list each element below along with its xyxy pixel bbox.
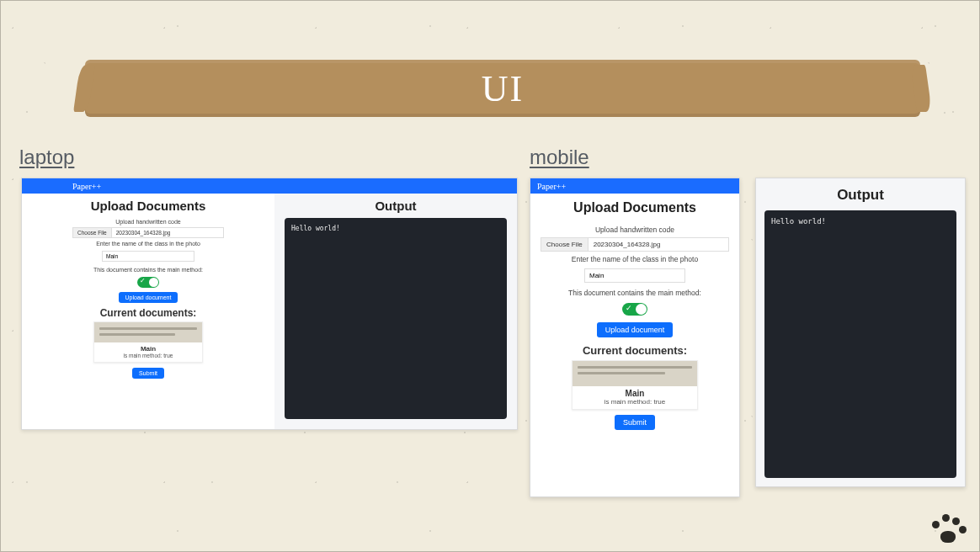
chosen-file-name: 20230304_164328.jpg [112, 228, 223, 237]
current-docs-heading: Current documents: [100, 307, 197, 319]
terminal-line: Hello world! [291, 225, 340, 232]
document-card[interactable]: Main is main method: true [572, 360, 698, 410]
submit-button[interactable]: Submit [615, 415, 655, 430]
document-meta: is main method: true [94, 353, 202, 358]
class-name-label: Enter the name of the class in the photo [572, 255, 698, 263]
main-method-label: This document contains the main method: [568, 289, 701, 297]
document-thumbnail [573, 361, 697, 386]
output-heading: Output [375, 199, 416, 213]
document-name: Main [94, 345, 202, 353]
upload-heading: Upload Documents [91, 199, 206, 213]
app-bar: Paper++ [530, 178, 739, 194]
main-method-toggle[interactable] [622, 303, 647, 316]
app-brand: Paper++ [537, 182, 566, 191]
output-panel: Output Hello world! [274, 194, 517, 429]
class-name-input[interactable] [102, 251, 194, 262]
slide-title-banner: UI [85, 60, 920, 117]
document-name: Main [573, 389, 697, 398]
upload-subheading: Upload handwritten code [115, 219, 180, 225]
main-method-toggle[interactable] [137, 277, 159, 288]
slide-title: UI [482, 67, 524, 110]
class-name-input[interactable] [584, 268, 685, 283]
upload-subheading: Upload handwritten code [595, 226, 674, 234]
mobile-output-mockup: Output Hello world! [755, 178, 966, 487]
section-label-mobile: mobile [530, 146, 589, 169]
chosen-file-name: 20230304_164328.jpg [589, 238, 728, 251]
laptop-mockup: Paper++ Upload Documents Upload handwrit… [21, 178, 518, 430]
upload-panel: Upload Documents Upload handwritten code… [530, 194, 739, 496]
choose-file-button[interactable]: Choose File [73, 228, 112, 237]
choose-file-button[interactable]: Choose File [541, 238, 589, 251]
document-card[interactable]: Main is main method: true [93, 321, 203, 363]
file-input[interactable]: Choose File 20230304_164328.jpg [541, 237, 729, 252]
app-bar: Paper++ [22, 178, 517, 194]
section-label-laptop: laptop [19, 146, 74, 169]
paw-icon [927, 509, 969, 546]
output-terminal: Hello world! [285, 218, 507, 419]
submit-button[interactable]: Submit [132, 368, 164, 379]
document-thumbnail [94, 322, 202, 342]
main-method-label: This document contains the main method: [93, 267, 203, 273]
current-docs-heading: Current documents: [583, 344, 687, 357]
upload-panel: Upload Documents Upload handwritten code… [22, 194, 274, 429]
upload-button[interactable]: Upload document [119, 292, 178, 303]
app-brand: Paper++ [72, 182, 101, 191]
upload-button[interactable]: Upload document [597, 322, 674, 337]
class-name-label: Enter the name of the class in the photo [96, 241, 200, 247]
terminal-line: Hello world! [771, 217, 826, 226]
output-heading: Output [756, 187, 965, 204]
upload-heading: Upload Documents [573, 200, 696, 215]
output-terminal: Hello world! [764, 210, 956, 478]
mobile-upload-mockup: Paper++ Upload Documents Upload handwrit… [530, 178, 740, 497]
document-meta: is main method: true [573, 398, 697, 406]
file-input[interactable]: Choose File 20230304_164328.jpg [72, 227, 224, 238]
